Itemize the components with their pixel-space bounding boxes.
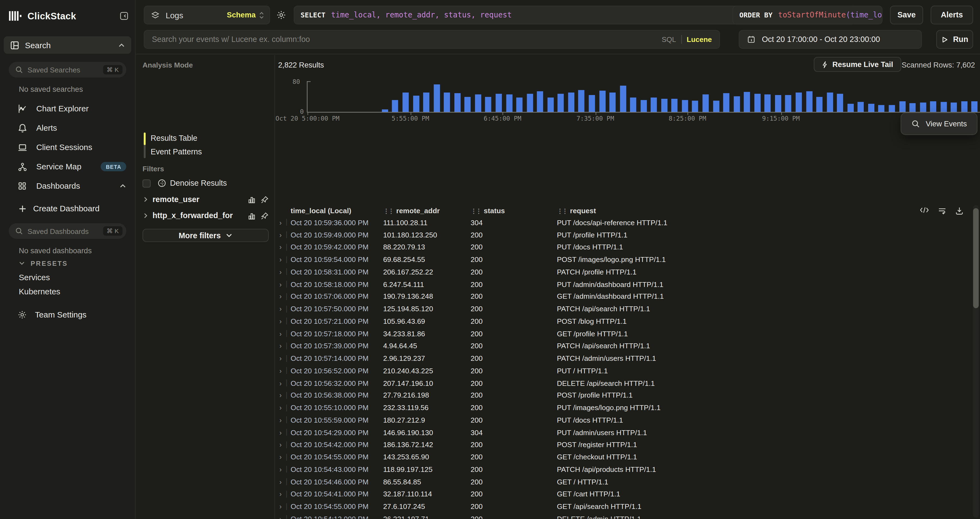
row-expand-chevron-icon[interactable]: › [279, 416, 286, 424]
row-expand-chevron-icon[interactable]: › [279, 478, 286, 486]
histogram-bar[interactable] [868, 103, 874, 112]
histogram-bar[interactable] [454, 93, 461, 112]
histogram-bar[interactable] [423, 93, 430, 112]
row-expand-chevron-icon[interactable]: › [279, 268, 286, 276]
histogram-bar[interactable] [434, 84, 440, 112]
sidebar-item-chart-explorer[interactable]: Chart Explorer [0, 99, 135, 118]
field-pin-icon[interactable] [261, 195, 269, 204]
more-filters-button[interactable]: More filters [142, 229, 269, 242]
row-expand-chevron-icon[interactable]: › [279, 404, 286, 411]
histogram-bar[interactable] [951, 102, 957, 111]
resume-live-tail-button[interactable]: Resume Live Tail [814, 57, 901, 72]
row-expand-chevron-icon[interactable]: › [279, 317, 286, 325]
view-events-popover[interactable]: View Events [901, 113, 978, 135]
row-expand-chevron-icon[interactable]: › [279, 428, 286, 436]
histogram-bar[interactable] [827, 93, 833, 112]
denoise-checkbox[interactable] [142, 179, 151, 187]
saved-searches-input[interactable]: Saved Searches ⌘ K [9, 62, 126, 77]
histogram-bar[interactable] [485, 97, 492, 112]
table-row[interactable]: ›Oct 20 10:54:29.000 PM146.96.190.130304… [275, 426, 967, 438]
chevron-up-icon[interactable] [119, 182, 126, 189]
row-expand-chevron-icon[interactable]: › [279, 441, 286, 449]
table-row[interactable]: ›Oct 20 10:55:10.000 PM232.33.119.56200P… [275, 402, 967, 414]
sidebar-item-service-map[interactable]: Service Map BETA [0, 157, 135, 176]
filter-field-http-x-forwarded-for[interactable]: http_x_forwarded_for [142, 209, 269, 222]
table-row[interactable]: ›Oct 20 10:54:41.000 PM32.187.110.114200… [275, 488, 967, 500]
histogram-plot[interactable] [308, 84, 980, 113]
histogram-bar[interactable] [806, 91, 812, 112]
histogram-bar[interactable] [930, 101, 937, 112]
histogram-bar[interactable] [848, 104, 854, 112]
table-row[interactable]: ›Oct 20 10:58:18.000 PM6.247.54.111200PU… [275, 278, 967, 290]
table-row[interactable]: ›Oct 20 10:57:14.000 PM2.96.129.237200PA… [275, 352, 967, 365]
histogram-bar[interactable] [910, 103, 916, 112]
table-row[interactable]: ›Oct 20 10:57:21.000 PM105.96.43.69200PO… [275, 315, 967, 327]
lucene-mode-toggle[interactable]: Lucene [687, 36, 712, 43]
source-settings-gear-icon[interactable] [276, 10, 286, 20]
histogram-bar[interactable] [651, 98, 657, 112]
histogram-bar[interactable] [547, 98, 554, 112]
preset-item-services[interactable]: Services [19, 272, 50, 282]
table-row[interactable]: ›Oct 20 10:59:42.000 PM88.220.79.13200PU… [275, 241, 967, 253]
sql-mode-toggle[interactable]: SQL [662, 36, 676, 43]
table-row[interactable]: ›Oct 20 10:54:12.000 PM26.221.197.71200D… [275, 513, 967, 519]
row-expand-chevron-icon[interactable]: › [279, 367, 286, 374]
drag-handle-icon[interactable]: ⋮⋮ [383, 207, 393, 214]
histogram-bar[interactable] [940, 102, 947, 112]
sidebar-item-search[interactable]: Search [4, 36, 131, 54]
histogram-bar[interactable] [620, 86, 626, 112]
histogram-bar[interactable] [744, 92, 750, 112]
code-view-icon[interactable] [919, 206, 929, 215]
collapse-sidebar-icon[interactable] [119, 11, 129, 20]
row-expand-chevron-icon[interactable]: › [279, 454, 286, 461]
histogram-bar[interactable] [671, 99, 678, 112]
histogram-bar[interactable] [609, 93, 616, 112]
histogram-bar[interactable] [558, 94, 564, 112]
histogram-bar[interactable] [661, 99, 668, 112]
histogram-bar[interactable] [754, 94, 760, 112]
histogram-bar[interactable] [589, 95, 595, 112]
lucene-search-input[interactable]: Search your events w/ Lucene ex. column:… [144, 30, 720, 49]
save-button[interactable]: Save [890, 6, 923, 24]
histogram-bar[interactable] [920, 102, 926, 111]
histogram-bar[interactable] [496, 94, 502, 112]
row-expand-chevron-icon[interactable]: › [279, 219, 286, 226]
table-row[interactable]: ›Oct 20 10:59:36.000 PM111.100.28.11304P… [275, 216, 967, 228]
filter-field-remote-user[interactable]: remote_user [142, 193, 269, 205]
histogram-bar[interactable] [402, 93, 409, 112]
table-row[interactable]: ›Oct 20 10:58:31.000 PM206.167.252.22200… [275, 266, 967, 278]
table-row[interactable]: ›Oct 20 10:59:54.000 PM69.68.254.55200PO… [275, 253, 967, 266]
orderby-input[interactable]: ORDER BY toStartOfMinute(time_local) DES… [733, 6, 883, 24]
row-expand-chevron-icon[interactable]: › [279, 305, 286, 313]
histogram-bar[interactable] [444, 92, 450, 111]
column-header-time-local[interactable]: time_local (Local) [291, 207, 383, 215]
table-row[interactable]: ›Oct 20 10:57:50.000 PM125.194.85.120200… [275, 303, 967, 315]
histogram-bar[interactable] [723, 93, 730, 112]
table-row[interactable]: ›Oct 20 10:54:55.000 PM27.6.107.245200GE… [275, 500, 967, 513]
table-row[interactable]: ›Oct 20 10:56:32.000 PM207.147.196.10200… [275, 377, 967, 389]
table-row[interactable]: ›Oct 20 10:56:52.000 PM210.240.43.225200… [275, 365, 967, 377]
histogram-bar[interactable] [413, 96, 419, 112]
row-expand-chevron-icon[interactable]: › [279, 256, 286, 263]
row-expand-chevron-icon[interactable]: › [279, 392, 286, 399]
histogram-bar[interactable] [506, 94, 512, 112]
table-row[interactable]: ›Oct 20 10:56:38.000 PM27.79.216.198200P… [275, 389, 967, 401]
histogram-bar[interactable] [516, 97, 523, 112]
scrollbar-thumb[interactable] [973, 208, 979, 308]
row-expand-chevron-icon[interactable]: › [279, 231, 286, 239]
sidebar-item-client-sessions[interactable]: Client Sessions [0, 137, 135, 157]
histogram-bar[interactable] [579, 90, 585, 112]
histogram-bar[interactable] [889, 105, 895, 112]
alerts-button[interactable]: Alerts [931, 6, 973, 24]
histogram-bar[interactable] [465, 97, 471, 112]
histogram-bar[interactable] [775, 95, 781, 112]
field-chart-icon[interactable] [247, 195, 256, 204]
date-range-picker[interactable]: Oct 20 17:00:00 - Oct 20 23:00:00 [739, 30, 922, 49]
histogram-bar[interactable] [899, 101, 905, 112]
table-row[interactable]: ›Oct 20 10:57:39.000 PM4.94.64.45200PATC… [275, 340, 967, 352]
histogram-bar[interactable] [858, 102, 864, 112]
row-expand-chevron-icon[interactable]: › [279, 342, 286, 350]
create-dashboard-button[interactable]: Create Dashboard [19, 204, 100, 213]
row-expand-chevron-icon[interactable]: › [279, 293, 286, 300]
drag-handle-icon[interactable]: ⋮⋮ [471, 207, 481, 214]
